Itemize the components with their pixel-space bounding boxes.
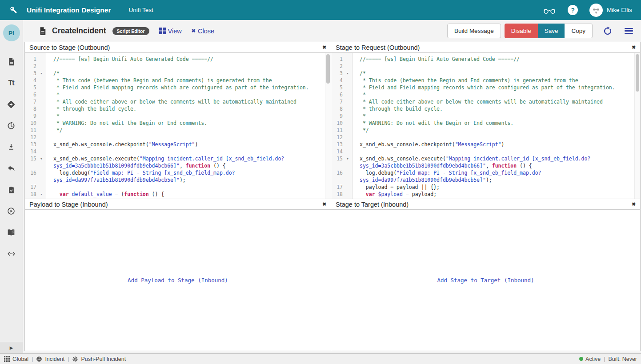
panel-close-icon[interactable]: ✖ (632, 45, 636, 50)
code-line: 18▾ var default_value = (function () { (25, 191, 324, 198)
reply-icon[interactable] (6, 164, 16, 173)
build-message-button[interactable]: Build Message (447, 24, 501, 38)
code-line: 14 (25, 148, 324, 155)
line-number: 9 (331, 112, 343, 120)
line-number: 16 (331, 169, 343, 176)
spectacles-icon[interactable] (543, 6, 556, 15)
code-line: 4 * This code (between the Begin and End… (25, 77, 324, 84)
line-number: 3 (25, 70, 36, 77)
integration-record-link[interactable]: Push-Pull Incident (72, 356, 126, 362)
code-line: 2 (25, 63, 324, 70)
code-line: 9 * (331, 112, 633, 120)
line-number: 17 (25, 184, 36, 191)
code-line: 16 log.debug("Field map: PI - String [x_… (331, 169, 633, 184)
scrollbar-thumb[interactable] (636, 54, 639, 92)
update-history-icon[interactable] (6, 121, 16, 131)
code-line: 10 * WARNING: Do not edit the Begin or E… (25, 120, 324, 127)
code-line: 3▾/* (331, 70, 633, 77)
line-number: 16 (25, 169, 36, 176)
help-icon[interactable]: ? (568, 5, 578, 15)
line-number: 10 (331, 120, 343, 127)
line-number: 1 (331, 56, 343, 63)
page-title: CreateIncident (52, 26, 106, 36)
panel-close-icon[interactable]: ✖ (632, 202, 636, 207)
line-number: 11 (331, 127, 343, 134)
user-avatar[interactable] (589, 4, 603, 17)
panel-close-icon[interactable]: ✖ (322, 202, 326, 207)
disable-button[interactable]: Disable (505, 24, 538, 38)
status-bar: Global | Incident | (0, 353, 641, 364)
incident-icon (36, 356, 42, 362)
code-line: 17 (25, 184, 324, 191)
tasks-clipboard-icon[interactable] (6, 185, 16, 195)
sidebar-collapse-button[interactable]: ▶ (0, 342, 23, 353)
menu-icon[interactable] (625, 28, 633, 34)
play-circle-icon[interactable] (6, 206, 16, 216)
code-line: 4 * This code (between the Begin and End… (331, 77, 633, 84)
fold-arrow-icon[interactable]: ▾ (343, 70, 353, 77)
code-icon[interactable] (6, 249, 16, 259)
document-icon[interactable] (6, 57, 16, 67)
separator: | (604, 356, 605, 362)
line-number: 12 (331, 134, 343, 141)
add-stage-to-target-link[interactable]: Add Stage to Target (Inbound) (437, 277, 534, 284)
top-app-bar: Unifi Integration Designer Unifi Test ? … (0, 0, 641, 20)
view-button[interactable]: View (159, 28, 182, 35)
code-line: 7 * All code either above or below the c… (331, 98, 633, 105)
refresh-icon[interactable] (602, 26, 613, 36)
scrollbar-thumb[interactable] (326, 54, 330, 84)
code-line: 8 * through the build cycle. (331, 105, 633, 112)
text-format-icon[interactable]: Tt (6, 78, 16, 88)
environment-name: Unifi Test (128, 7, 153, 13)
panel-close-icon[interactable]: ✖ (322, 45, 326, 50)
table-link[interactable]: Incident (36, 356, 64, 362)
record-toolbar: CreateIncident Script Editor View ✖ Clos… (23, 20, 641, 42)
close-button[interactable]: ✖ Close (192, 28, 214, 35)
app-title: Unifi Integration Designer (27, 6, 111, 14)
scrollbar[interactable] (325, 53, 331, 199)
line-number: 13 (331, 141, 343, 148)
active-status-dot (579, 357, 583, 361)
active-status-label: Active (585, 356, 601, 362)
scrollbar[interactable] (634, 53, 640, 199)
download-icon[interactable] (6, 142, 16, 152)
line-number: 18 (331, 191, 343, 198)
code-line: 6 * (25, 91, 324, 98)
save-button[interactable]: Save (538, 24, 565, 38)
documentation-book-icon[interactable] (6, 228, 16, 237)
panel-source-to-stage: Source to Stage (Outbound) ✖ 1//===== [w… (25, 42, 331, 199)
fold-arrow-icon[interactable]: ▾ (343, 155, 353, 162)
separator: | (68, 356, 69, 362)
code-line: 16 log.debug("Field map: PI - String [x_… (25, 169, 324, 184)
close-x-icon: ✖ (192, 28, 196, 34)
line-number: 8 (331, 105, 343, 112)
code-line: 5 * Field and Field mapping records whic… (25, 84, 324, 91)
code-line: 9 * (25, 112, 324, 120)
script-editor-badge: Script Editor (112, 27, 149, 35)
code-editor[interactable]: 1//===== [ws] Begin Unifi Auto Generated… (25, 53, 331, 199)
line-number: 4 (331, 77, 343, 84)
user-name: Mike Ellis (607, 7, 632, 13)
fold-arrow-icon[interactable]: ▾ (36, 191, 46, 198)
code-line: 15▾x_snd_eb.ws_console.execute("Mapping … (331, 155, 633, 169)
fold-arrow-icon[interactable]: ▾ (36, 155, 46, 162)
line-number: 1 (25, 56, 36, 63)
fold-arrow-icon[interactable]: ▾ (36, 70, 46, 77)
line-number: 8 (25, 105, 36, 112)
line-number: 2 (25, 63, 36, 70)
directions-icon[interactable] (6, 100, 16, 109)
scope-link[interactable]: Global (4, 356, 28, 362)
add-payload-to-stage-link[interactable]: Add Payload to Stage (Inbound) (128, 277, 228, 284)
panel-title: Payload to Stage (Inbound) (29, 201, 322, 208)
code-line: 10 * WARNING: Do not edit the Begin or E… (331, 120, 633, 127)
copy-button[interactable]: Copy (565, 24, 593, 38)
line-number: 6 (331, 91, 343, 98)
grid-view-icon (159, 28, 166, 34)
line-number: 15 (25, 155, 36, 162)
code-line: 1//===== [ws] Begin Unifi Auto Generated… (25, 56, 324, 63)
integration-avatar[interactable]: PI (3, 24, 20, 41)
code-editor[interactable]: 1//===== [ws] Begin Unifi Auto Generated… (331, 53, 640, 199)
line-number: 5 (331, 84, 343, 91)
code-line: 14 (331, 148, 633, 155)
line-number: 13 (25, 141, 36, 148)
